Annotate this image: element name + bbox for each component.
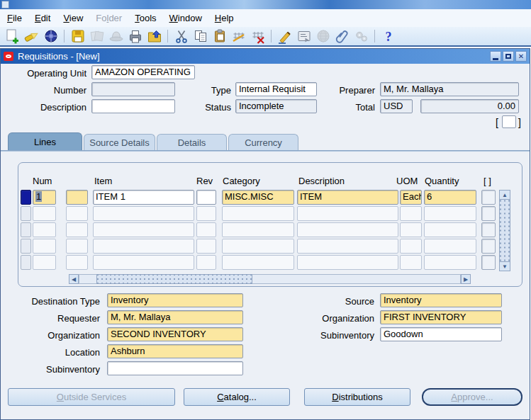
copy-icon[interactable] (191, 28, 210, 45)
attachments-icon[interactable] (332, 28, 352, 45)
cell-rev-row3[interactable] (196, 222, 216, 237)
cell-extra-row2[interactable] (66, 206, 88, 221)
navigator-icon[interactable] (41, 28, 60, 45)
cell-quantity-row5[interactable] (424, 255, 476, 270)
next-step-icon[interactable] (87, 28, 106, 45)
cell-item-row4[interactable] (93, 239, 194, 254)
cell-quantity-row4[interactable] (424, 239, 476, 254)
cell-description-row1[interactable]: ITEM (297, 190, 398, 205)
cell-uom-row4[interactable] (400, 239, 422, 254)
cell-item-row3[interactable] (93, 222, 194, 237)
cell-num-row5[interactable] (33, 255, 56, 270)
menu-view[interactable]: View (57, 11, 89, 25)
cell-extra-row4[interactable] (66, 239, 88, 254)
tab-lines[interactable]: Lines (8, 132, 82, 150)
type-field[interactable]: Internal Requisit (235, 82, 317, 96)
record-indicator-row3[interactable] (21, 222, 31, 237)
cell-uom-row3[interactable] (400, 222, 422, 237)
cell-rev-row4[interactable] (196, 239, 216, 254)
operating-unit-field[interactable]: AMAZON OPERATING (91, 65, 195, 79)
hscroll-thumb[interactable] (96, 274, 252, 284)
new-icon[interactable] (3, 28, 22, 45)
cell-category-row4[interactable] (222, 239, 294, 254)
preparer-field[interactable]: M, Mr. Mallaya (380, 82, 519, 96)
line-flexfield-row3[interactable] (481, 222, 496, 237)
outside-services-button[interactable]: Outside Services (8, 388, 175, 406)
cell-extra-row1[interactable] (66, 190, 88, 205)
cell-rev-row2[interactable] (196, 206, 216, 221)
cell-description-row5[interactable] (297, 255, 398, 270)
vscroll-up-button[interactable]: ▲ (499, 190, 510, 200)
switch-responsibility-icon[interactable] (106, 28, 125, 45)
tab-details[interactable]: Details (157, 134, 227, 150)
cell-category-row5[interactable] (222, 255, 294, 270)
delete-record-icon[interactable] (248, 28, 267, 45)
minimize-button[interactable] (490, 51, 501, 62)
menu-edit[interactable]: Edit (28, 11, 57, 25)
line-flexfield-row2[interactable] (481, 206, 496, 221)
folder-tools-icon[interactable] (352, 28, 371, 45)
record-indicator-row1[interactable] (21, 190, 31, 205)
approve-button[interactable]: Approve... (422, 388, 522, 406)
description-field[interactable] (91, 99, 175, 113)
cell-quantity-row3[interactable] (424, 222, 476, 237)
subinventory-field[interactable] (107, 361, 243, 375)
hscroll-right-button[interactable]: ▶ (461, 274, 471, 284)
cell-item-row2[interactable] (93, 206, 194, 221)
record-indicator-row2[interactable] (21, 206, 31, 221)
source-field[interactable]: Inventory (380, 293, 502, 307)
cut-icon[interactable] (172, 28, 191, 45)
organization-field[interactable]: FIRST INVENTORY (380, 310, 502, 324)
cell-num-row3[interactable] (33, 222, 56, 237)
cell-rev-row5[interactable] (196, 255, 216, 270)
hscroll-left-button[interactable]: ◀ (69, 274, 79, 284)
menu-window[interactable]: Window (163, 11, 208, 25)
status-field[interactable]: Incomplete (235, 99, 317, 113)
cell-rev-row1[interactable] (196, 190, 216, 205)
close-form-icon[interactable] (145, 28, 164, 45)
cell-description-row4[interactable] (297, 239, 398, 254)
line-flexfield-row4[interactable] (481, 239, 496, 254)
clear-record-icon[interactable] (229, 28, 248, 45)
cell-num-row2[interactable] (33, 206, 56, 221)
tab-currency[interactable]: Currency (228, 134, 298, 150)
edit-field-icon[interactable] (275, 28, 294, 45)
help-icon[interactable]: ? (379, 28, 398, 45)
menu-file[interactable]: File (1, 11, 28, 25)
cell-num-row1[interactable]: 1 (33, 190, 56, 205)
catalog-button[interactable]: Catalog... (184, 388, 290, 406)
find-icon[interactable] (22, 28, 41, 45)
tab-source-details[interactable]: Source Details (84, 134, 155, 150)
subinventory-field[interactable]: Goodown (380, 327, 502, 341)
menu-help[interactable]: Help (208, 11, 240, 25)
location-field[interactable]: Ashburn (107, 344, 243, 358)
globe-icon[interactable] (313, 28, 332, 45)
print-icon[interactable] (125, 28, 145, 45)
cell-num-row4[interactable] (33, 239, 56, 254)
line-flexfield-row1[interactable] (481, 190, 496, 205)
cell-item-row5[interactable] (93, 255, 194, 270)
requester-field[interactable]: M, Mr. Mallaya (107, 310, 243, 324)
paste-icon[interactable] (210, 28, 229, 45)
vscroll-down-button[interactable]: ▼ (499, 261, 510, 271)
window-titlebar[interactable]: Requisitions - [New] ✕ (1, 49, 530, 64)
cell-extra-row3[interactable] (66, 222, 88, 237)
menu-tools[interactable]: Tools (128, 11, 162, 25)
cell-uom-row2[interactable] (400, 206, 422, 221)
total-currency-field[interactable]: USD (380, 99, 413, 113)
cell-quantity-row2[interactable] (424, 206, 476, 221)
record-indicator-row5[interactable] (21, 255, 31, 270)
vscroll-thumb[interactable] (499, 199, 510, 262)
cell-uom-row5[interactable] (400, 255, 422, 270)
cell-item-row1[interactable]: ITEM 1 (93, 190, 194, 205)
menu-folder[interactable]: Folder (89, 11, 128, 25)
cell-category-row1[interactable]: MISC.MISC (222, 190, 294, 205)
cell-uom-row1[interactable]: Each (400, 190, 422, 205)
organization-field[interactable]: SECOND INVENTORY (107, 327, 243, 341)
cell-description-row2[interactable] (297, 206, 398, 221)
cell-category-row2[interactable] (222, 206, 294, 221)
translations-icon[interactable] (294, 28, 313, 45)
maximize-button[interactable] (503, 51, 514, 62)
cell-extra-row5[interactable] (66, 255, 88, 270)
destination-type-field[interactable]: Inventory (107, 293, 243, 307)
